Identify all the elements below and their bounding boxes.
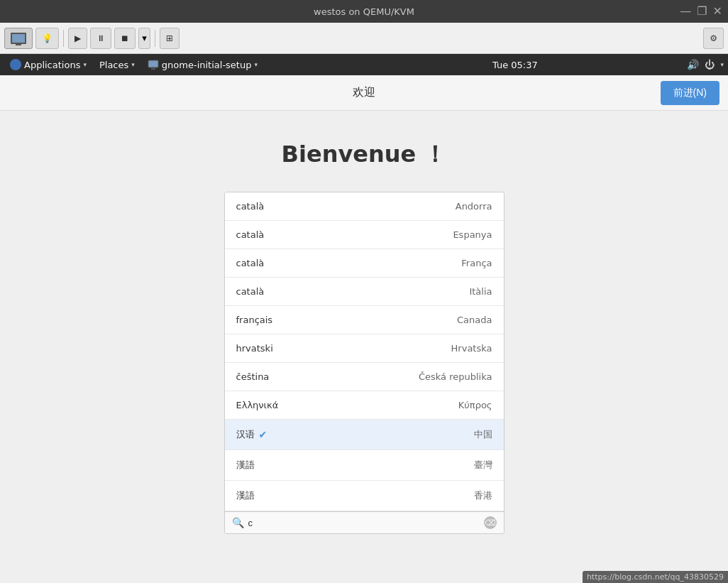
- language-name: 漢語: [236, 489, 255, 502]
- play-button[interactable]: ▶: [68, 28, 87, 49]
- toolbar-separator-2: [155, 30, 155, 47]
- volume-icon[interactable]: 🔊: [687, 59, 699, 70]
- clock[interactable]: Tue 05:37: [492, 60, 538, 70]
- language-item[interactable]: 漢語臺灣: [225, 450, 504, 481]
- language-item[interactable]: catalàAndorra: [225, 192, 504, 221]
- gnome-bar-left: Applications ▾ Places ▾ gnome-initial-se…: [4, 58, 343, 72]
- language-name: català: [236, 201, 265, 212]
- lightbulb-icon: 💡: [42, 33, 53, 43]
- gnome-bar-center: Tue 05:37: [346, 60, 684, 70]
- stop-dropdown-button[interactable]: ▾: [138, 28, 150, 49]
- screenshot-icon: ⊞: [166, 33, 173, 43]
- language-region: Česká republika: [419, 371, 492, 382]
- welcome-heading: Bienvenue ！: [282, 139, 447, 170]
- window-titlebar: westos on QEMU/KVM — ❐ ✕: [0, 0, 728, 23]
- language-item[interactable]: češtinaČeská republika: [225, 363, 504, 391]
- window-controls: — ❐ ✕: [680, 6, 722, 17]
- window-title: westos on QEMU/KVM: [314, 6, 414, 17]
- language-name: 漢語: [236, 459, 255, 472]
- language-region: Hrvatska: [451, 343, 492, 354]
- language-region: França: [461, 258, 492, 268]
- app-menu-chevron-icon: ▾: [254, 61, 258, 68]
- language-item[interactable]: 漢語香港: [225, 481, 504, 511]
- language-item[interactable]: catalàFrança: [225, 249, 504, 278]
- stop-icon: ⏹: [121, 33, 129, 43]
- power-icon[interactable]: ⏻: [705, 59, 715, 70]
- next-button[interactable]: 前进(N): [661, 81, 719, 105]
- language-item[interactable]: hrvatskiHrvatska: [225, 334, 504, 363]
- language-item[interactable]: catalàItàlia: [225, 278, 504, 306]
- language-name: hrvatski: [236, 343, 273, 354]
- gnome-topbar: Applications ▾ Places ▾ gnome-initial-se…: [0, 54, 728, 75]
- language-item[interactable]: 汉语✔中国: [225, 420, 504, 450]
- close-button[interactable]: ✕: [713, 6, 722, 17]
- selected-checkmark-icon: ✔: [259, 429, 268, 440]
- toolbar-separator-1: [63, 30, 64, 47]
- language-region: Canada: [457, 315, 492, 325]
- gear-icon: ⚙: [710, 33, 717, 43]
- places-chevron-icon: ▾: [131, 61, 135, 68]
- search-input[interactable]: [248, 518, 480, 528]
- app-menu-label: gnome-initial-setup: [162, 60, 252, 70]
- svg-rect-0: [148, 60, 158, 67]
- language-region: 臺灣: [474, 459, 492, 472]
- main-content: 欢迎 前进(N) Bienvenue ！ catalàAndorracatalà…: [0, 75, 728, 583]
- tooltip-button[interactable]: 💡: [35, 28, 59, 49]
- language-region: Espanya: [453, 229, 492, 240]
- screenshot-button[interactable]: ⊞: [160, 28, 180, 49]
- applications-menu[interactable]: Applications ▾: [4, 58, 92, 72]
- language-name: 汉语✔: [236, 428, 268, 441]
- language-name: français: [236, 315, 273, 325]
- maximize-button[interactable]: ❐: [697, 6, 707, 17]
- toolbar: 💡 ▶ ⏸ ⏹ ▾ ⊞ ⚙: [0, 23, 728, 54]
- language-item[interactable]: françaisCanada: [225, 306, 504, 334]
- language-region: Itàlia: [469, 286, 492, 297]
- language-list: catalàAndorracatalàEspanyacatalàFrançaca…: [225, 192, 504, 511]
- applications-label: Applications: [24, 60, 80, 70]
- settings-button[interactable]: ⚙: [703, 28, 724, 49]
- gnome-bar-right: 🔊 ⏻ ▾: [687, 59, 724, 70]
- play-icon: ▶: [75, 33, 81, 43]
- places-menu[interactable]: Places ▾: [94, 58, 140, 72]
- setup-header: 欢迎 前进(N): [0, 75, 728, 111]
- search-bar: 🔍 ⌫: [225, 511, 504, 533]
- gnome-initial-setup-icon: [148, 59, 159, 70]
- screen-view-button[interactable]: [4, 28, 33, 49]
- minimize-button[interactable]: —: [680, 6, 691, 17]
- language-region: Andorra: [456, 201, 492, 212]
- screen-icon: [11, 33, 26, 44]
- language-list-container: catalàAndorracatalàEspanyacatalàFrançaca…: [224, 192, 504, 534]
- url-bar: https://blog.csdn.net/qq_43830529: [583, 571, 728, 583]
- language-name: català: [236, 286, 265, 297]
- pause-icon: ⏸: [96, 33, 105, 43]
- places-label: Places: [99, 60, 128, 70]
- language-item[interactable]: ΕλληνικάΚύπρος: [225, 391, 504, 420]
- chevron-down-icon: ▾: [142, 33, 147, 43]
- system-menu-chevron-icon[interactable]: ▾: [720, 61, 724, 68]
- applications-chevron-icon: ▾: [83, 61, 87, 68]
- language-item[interactable]: catalàEspanya: [225, 221, 504, 249]
- pause-button[interactable]: ⏸: [90, 28, 111, 49]
- language-name: Ελληνικά: [236, 400, 279, 410]
- fedora-icon: [10, 59, 21, 70]
- language-region: Κύπρος: [458, 400, 492, 410]
- stop-button[interactable]: ⏹: [114, 28, 136, 49]
- search-icon: 🔍: [232, 517, 244, 528]
- app-menu[interactable]: gnome-initial-setup ▾: [142, 58, 263, 72]
- language-name: català: [236, 229, 265, 240]
- language-region: 中国: [474, 428, 492, 441]
- clear-search-button[interactable]: ⌫: [484, 516, 497, 529]
- setup-title: 欢迎: [353, 85, 375, 100]
- language-region: 香港: [474, 489, 492, 502]
- language-name: čeština: [236, 371, 270, 382]
- language-name: català: [236, 258, 265, 268]
